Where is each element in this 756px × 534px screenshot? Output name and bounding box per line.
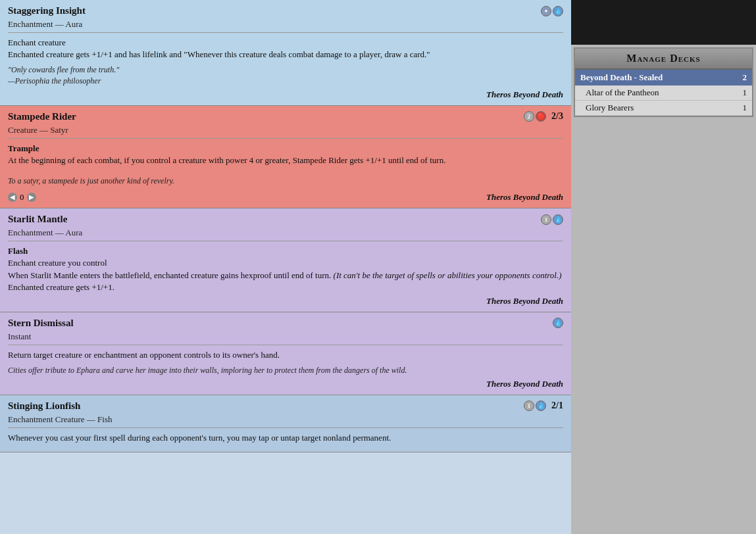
card-name: Stampede Rider <box>8 111 76 122</box>
card-type: Enchantment — Aura <box>8 228 563 241</box>
right-panel: Manage Decks Beyond Death - Sealed 2 Alt… <box>571 0 756 534</box>
deck-card-count: 1 <box>743 87 747 98</box>
card-type: Creature — Satyr <box>8 125 563 139</box>
card-stern-dismissal: Stern Dismissal 💧 Instant Return target … <box>0 312 571 395</box>
card-set: Theros Beyond Death <box>486 192 563 203</box>
manage-decks-panel: Manage Decks Beyond Death - Sealed 2 Alt… <box>574 47 753 117</box>
deck-card-name: Altar of the Pantheon <box>586 87 659 98</box>
card-mana: 1 💧 <box>524 400 546 411</box>
card-type: Enchantment Creature — Fish <box>8 414 563 428</box>
mana-small-icon: ● <box>541 6 551 16</box>
card-type: Instant <box>8 331 563 345</box>
card-rules: Return target creature or enchantment an… <box>8 349 563 361</box>
card-name: Stern Dismissal <box>8 318 74 329</box>
top-dark-area <box>571 0 756 45</box>
card-set: Theros Beyond Death <box>486 379 563 389</box>
card-rules: Enchant creature Enchanted creature gets… <box>8 37 563 61</box>
deck-card-name: Glory Bearers <box>586 103 634 113</box>
card-mana: 2 🔴 <box>524 111 546 122</box>
mana-generic-icon: 1 <box>524 400 534 411</box>
card-power: 2/1 <box>551 400 563 411</box>
card-rules: Trample At the beginning of each combat,… <box>8 143 563 166</box>
counter-left-button[interactable]: ◀ <box>8 193 17 202</box>
mana-blue-icon: 💧 <box>553 214 563 225</box>
card-mana: 💧 <box>553 318 563 328</box>
mana-red-icon: 🔴 <box>536 111 546 122</box>
deck-card-row-glory[interactable]: Glory Bearers 1 <box>575 101 752 116</box>
card-stinging-lionfish: Stinging Lionfish 1 💧 2/1 Enchantment Cr… <box>0 395 571 452</box>
card-starlit-mantle: Starlit Mantle 1 💧 Enchantment — Aura Fl… <box>0 208 571 312</box>
deck-card-count: 1 <box>743 103 747 113</box>
card-flavor: To a satyr, a stampede is just another k… <box>8 176 563 187</box>
card-flavor: Cities offer tribute to Ephara and carve… <box>8 365 563 376</box>
card-rules: Flash Enchant creature you control When … <box>8 245 563 293</box>
card-flavor: "Only cowards flee from the truth."—Peri… <box>8 64 563 87</box>
mana-blue-icon: 💧 <box>553 6 563 16</box>
mana-generic-icon: 1 <box>541 214 551 225</box>
card-name: Starlit Mantle <box>8 214 67 225</box>
card-staggering-insight: Staggering Insight ● 💧 Enchantment — Aur… <box>0 0 571 106</box>
card-list: Staggering Insight ● 💧 Enchantment — Aur… <box>0 0 571 534</box>
deck-count-label: 2 <box>743 72 747 83</box>
manage-decks-title: Manage Decks <box>575 49 752 70</box>
counter-right-button[interactable]: ▶ <box>27 193 36 202</box>
card-stampede-rider: Stampede Rider 2 🔴 2/3 Creature — Satyr … <box>0 106 571 208</box>
card-set: Theros Beyond Death <box>486 89 563 100</box>
mana-blue-icon: 💧 <box>536 400 546 411</box>
card-set: Theros Beyond Death <box>486 296 563 306</box>
mana-generic-icon: 2 <box>524 111 534 122</box>
deck-card-row-altar[interactable]: Altar of the Pantheon 1 <box>575 85 752 101</box>
card-name: Stinging Lionfish <box>8 400 80 412</box>
card-rules: Whenever you cast your first spell durin… <box>8 432 563 444</box>
card-counter: ◀ 0 ▶ <box>8 192 36 203</box>
mana-blue-icon: 💧 <box>553 318 563 328</box>
counter-value: 0 <box>20 192 24 203</box>
deck-name-label: Beyond Death - Sealed <box>580 72 663 83</box>
deck-header-row: Beyond Death - Sealed 2 <box>575 70 752 85</box>
card-power: 2/3 <box>551 111 563 122</box>
card-type: Enchantment — Aura <box>8 19 563 33</box>
card-mana: ● 💧 <box>541 6 563 16</box>
card-mana: 1 💧 <box>541 214 563 225</box>
card-name: Staggering Insight <box>8 5 86 16</box>
